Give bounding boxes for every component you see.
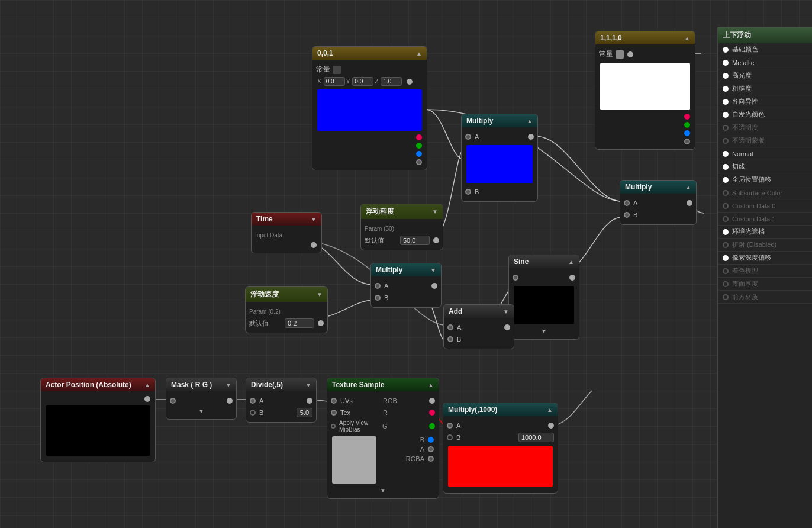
pin[interactable] [723, 242, 729, 248]
panel-item-自发光颜色[interactable]: 自发光颜色 [718, 108, 812, 121]
a-in-pin[interactable] [375, 283, 381, 289]
x-input[interactable] [324, 77, 345, 86]
b-in-pin[interactable] [447, 336, 453, 342]
panel-item-切线[interactable]: 切线 [718, 160, 812, 173]
time-out-pin[interactable] [311, 242, 317, 248]
collapse-btn[interactable]: ▲ [685, 184, 691, 191]
pin[interactable] [723, 216, 729, 222]
collapse-btn[interactable]: ▼ [317, 291, 323, 298]
default-input[interactable] [285, 318, 314, 328]
collapse-btn[interactable]: ▼ [503, 308, 509, 315]
b-in-pin[interactable] [250, 410, 256, 416]
panel-item-折射-(disabled)[interactable]: 折射 (Disabled) [718, 239, 812, 252]
node-time[interactable]: Time ▼ Input Data [251, 212, 322, 253]
g-pin[interactable] [684, 122, 690, 128]
uvs-in-pin[interactable] [331, 398, 337, 404]
collapse-btn[interactable]: ▼ [432, 208, 438, 215]
tex-in-pin[interactable] [331, 410, 337, 416]
pin[interactable] [723, 99, 729, 105]
collapse-btn[interactable]: ▲ [547, 407, 553, 413]
pin[interactable] [723, 151, 729, 157]
node-float-param[interactable]: 浮动程度 ▼ Param (50) 默认值 [360, 204, 443, 250]
panel-item-不透明度[interactable]: 不透明度 [718, 121, 812, 134]
node-float-speed[interactable]: 浮动速度 ▼ Param (0.2) 默认值 [245, 286, 328, 333]
a-pin[interactable] [684, 139, 690, 144]
out-pin[interactable] [318, 320, 324, 326]
default-input[interactable] [400, 236, 430, 245]
node-multiply3[interactable]: Multiply ▼ A B [370, 263, 442, 308]
in-pin[interactable] [513, 275, 518, 281]
collapse-btn[interactable]: ▲ [568, 259, 574, 265]
a-in-pin[interactable] [447, 423, 453, 429]
panel-item-custom-data-0[interactable]: Custom Data 0 [718, 199, 812, 213]
panel-item-像素深度偏移[interactable]: 像素深度偏移 [718, 252, 812, 265]
g-pin[interactable] [416, 143, 422, 149]
pin[interactable] [723, 294, 729, 300]
b-in-pin[interactable] [375, 295, 381, 301]
pin[interactable] [723, 164, 729, 170]
pin[interactable] [723, 203, 729, 209]
pin[interactable] [723, 281, 729, 287]
pin[interactable] [723, 190, 729, 196]
out-pin[interactable] [569, 275, 575, 281]
z-input[interactable] [381, 77, 402, 86]
node-multiply1000[interactable]: Multiply(,1000) ▲ A B [443, 403, 558, 494]
y-input[interactable] [352, 77, 373, 86]
node-texture-sample[interactable]: Texture Sample ▲ UVs RGB Tex R Apply Vie… [327, 378, 439, 499]
collapse-btn[interactable]: ▲ [416, 50, 422, 57]
pin[interactable] [723, 60, 729, 66]
node-sine[interactable]: Sine ▲ ▼ [508, 255, 579, 340]
collapse-btn[interactable]: ▼ [305, 382, 311, 388]
collapse-btn[interactable]: ▲ [684, 35, 690, 41]
node-add[interactable]: Add ▼ A B [443, 304, 514, 349]
pin[interactable] [723, 177, 729, 183]
out-pin[interactable] [431, 283, 437, 289]
a-in-pin[interactable] [624, 200, 630, 206]
out-pin[interactable] [307, 398, 312, 404]
panel-item-前方材质[interactable]: 前方材质 [718, 291, 812, 304]
rgba-out-pin[interactable] [428, 456, 434, 462]
pin[interactable] [723, 268, 729, 274]
node-const001[interactable]: 0,0,1 ▲ 常量 X Y Z [312, 46, 427, 170]
b-value-input[interactable] [518, 433, 554, 442]
b-pin[interactable] [684, 130, 690, 136]
b-in-pin[interactable] [447, 434, 453, 440]
g-out-pin[interactable] [429, 423, 435, 429]
b-pin[interactable] [416, 151, 422, 157]
out-pin[interactable] [433, 237, 439, 243]
pin[interactable] [723, 125, 729, 131]
in-pin[interactable] [170, 398, 176, 404]
node-divide5[interactable]: Divide(,5) ▼ A B 5.0 [246, 378, 317, 423]
panel-item-粗糙度[interactable]: 粗糙度 [718, 82, 812, 95]
a-pin[interactable] [416, 159, 422, 165]
pin[interactable] [723, 229, 729, 235]
out-pin[interactable] [227, 398, 233, 404]
b-in-pin[interactable] [465, 189, 471, 195]
collapse-btn[interactable]: ▲ [428, 382, 434, 388]
out-pin[interactable] [687, 200, 692, 206]
a-in-pin[interactable] [447, 324, 453, 330]
collapse-btn[interactable]: ▲ [527, 118, 533, 124]
a-in-pin[interactable] [465, 134, 471, 140]
r-pin[interactable] [684, 114, 690, 120]
out-pin[interactable] [548, 423, 554, 429]
node-multiply2[interactable]: Multiply ▲ A B [620, 180, 697, 225]
a-in-pin[interactable] [250, 398, 256, 404]
pin[interactable] [723, 112, 729, 118]
panel-item-metallic[interactable]: Metallic [718, 56, 812, 69]
output-pin[interactable] [407, 79, 413, 85]
node-const110[interactable]: 1,1,1,0 ▲ 常量 [595, 31, 695, 150]
r-out-pin[interactable] [429, 410, 435, 416]
mipbias-in-pin[interactable] [331, 424, 336, 429]
pin[interactable] [723, 86, 729, 92]
collapse-btn[interactable]: ▼ [225, 382, 231, 388]
a-out-pin[interactable] [428, 446, 434, 452]
out-pin[interactable] [504, 324, 510, 330]
panel-item-custom-data-1[interactable]: Custom Data 1 [718, 213, 812, 226]
rgb-out-pin[interactable] [429, 398, 435, 404]
b-out-pin[interactable] [428, 437, 434, 443]
panel-item-全局位置偏移[interactable]: 全局位置偏移 [718, 173, 812, 186]
output-pin[interactable] [627, 51, 633, 57]
node-mask-rg[interactable]: Mask ( R G ) ▼ ▼ [166, 378, 237, 420]
panel-item-subsurface-color[interactable]: Subsurface Color [718, 186, 812, 199]
